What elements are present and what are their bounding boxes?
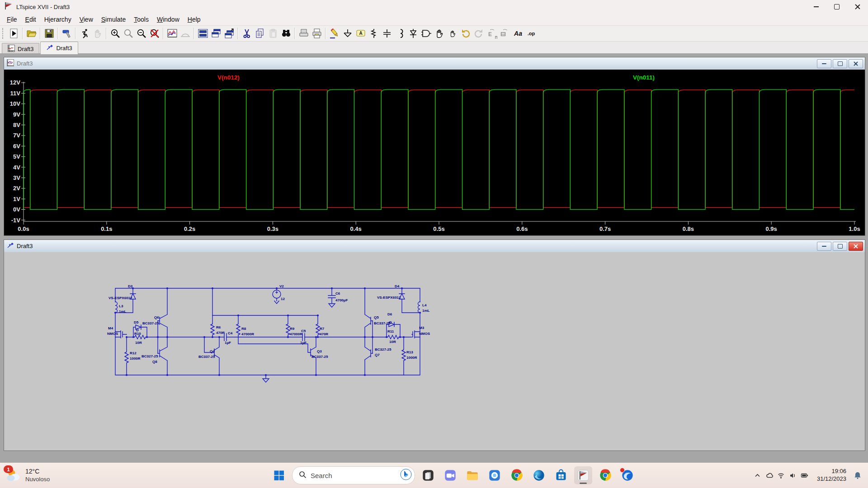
- component-label: VS-ESPX6012: [377, 296, 401, 300]
- net-label-icon[interactable]: A: [354, 27, 367, 40]
- taskbar-app-store-icon[interactable]: [552, 466, 570, 484]
- undo-icon[interactable]: [459, 27, 472, 40]
- menu-item-help[interactable]: Help: [184, 14, 205, 24]
- cascade-windows-icon[interactable]: [209, 27, 222, 40]
- minimize-button[interactable]: [806, 0, 826, 14]
- component-label: NMOS: [107, 332, 118, 336]
- taskbar-search[interactable]: Search: [292, 466, 415, 484]
- tab-draft3-2[interactable]: Draft3: [40, 42, 78, 54]
- waveform-close-button[interactable]: [849, 59, 863, 68]
- zoom-extents-icon[interactable]: [148, 27, 161, 40]
- print-preview-icon[interactable]: [297, 27, 310, 40]
- waveform-window-titlebar[interactable]: Draft3: [4, 57, 865, 70]
- menu-item-tools[interactable]: Tools: [130, 14, 153, 24]
- spice-directive-icon[interactable]: .op: [524, 27, 538, 40]
- close-button[interactable]: [847, 0, 868, 14]
- drag-icon[interactable]: [446, 27, 459, 40]
- schematic-canvas[interactable]: D3VS-ESPX6012L31mLM4NMOSD5DR1010RQ6BC337…: [4, 252, 865, 450]
- legend-vn012[interactable]: V(n012): [217, 74, 240, 81]
- cut-icon[interactable]: [240, 27, 253, 40]
- schematic-window-title: Draft3: [17, 243, 33, 249]
- waveform-restore-button[interactable]: [833, 59, 847, 68]
- move-icon[interactable]: [433, 27, 446, 40]
- component-label: R7: [320, 327, 325, 331]
- wire-icon[interactable]: [328, 27, 341, 40]
- halt-icon: [91, 27, 104, 40]
- component-label: 470R: [216, 331, 225, 335]
- tab-label: Draft3: [56, 45, 72, 52]
- component-label: Q4: [210, 349, 215, 353]
- schematic-minimize-button[interactable]: [817, 242, 831, 251]
- wifi-icon[interactable]: [775, 469, 787, 482]
- save-icon[interactable]: [42, 27, 56, 40]
- zoom-back-icon: [122, 27, 135, 40]
- menu-item-view[interactable]: View: [75, 14, 97, 24]
- svg-text:12V: 12V: [10, 79, 20, 86]
- taskbar-app-mail-icon[interactable]: [618, 466, 637, 484]
- menu-item-window[interactable]: Window: [153, 14, 184, 24]
- find-icon[interactable]: [279, 27, 292, 40]
- diode-icon[interactable]: [406, 27, 420, 40]
- weather-widget[interactable]: 1 12°C Nuvoloso: [0, 467, 155, 483]
- inductor-icon[interactable]: [393, 27, 406, 40]
- component-label: 1µF: [225, 341, 231, 345]
- component-label: 1000R: [130, 357, 141, 361]
- rotate-icon: EE: [485, 27, 498, 40]
- component-label: D4: [395, 284, 400, 288]
- onedrive-icon[interactable]: [764, 469, 775, 482]
- maximize-button[interactable]: [826, 0, 847, 14]
- taskbar-clock[interactable]: 19:06 31/12/2023: [817, 468, 846, 483]
- schematic-window-titlebar[interactable]: Draft3: [4, 240, 865, 253]
- component-label: 47000R: [241, 332, 254, 336]
- run-man-icon[interactable]: [78, 27, 91, 40]
- battery-icon[interactable]: [799, 469, 811, 482]
- resistor-icon[interactable]: [367, 27, 380, 40]
- component-label: Q8: [152, 360, 157, 364]
- zoom-in-icon[interactable]: [108, 27, 122, 40]
- waveform-plot-area[interactable]: 12V11V10V9V8V7V6V5V4V3V2V1V0V-1V0.0s0.1s…: [4, 70, 865, 235]
- waveform-minimize-button[interactable]: [817, 59, 831, 68]
- component-label: 10R: [389, 340, 396, 344]
- tab-draft3-1[interactable]: Draft3: [2, 43, 39, 54]
- chevron-up-icon[interactable]: [752, 469, 764, 482]
- volume-icon[interactable]: [787, 469, 799, 482]
- run-icon[interactable]: [7, 27, 20, 40]
- schematic-close-button[interactable]: [849, 242, 863, 251]
- open-icon[interactable]: [25, 27, 38, 40]
- taskbar-app-dark-tile-icon[interactable]: [419, 466, 437, 484]
- tile-windows-icon[interactable]: [196, 27, 209, 40]
- toolbar-drag-handle[interactable]: [2, 28, 5, 39]
- top-window-icon[interactable]: [222, 27, 236, 40]
- print-icon[interactable]: [310, 27, 323, 40]
- taskbar-app-start-button[interactable]: [270, 466, 288, 484]
- taskbar-app-photos-icon[interactable]: [486, 466, 504, 484]
- svg-text:.op: .op: [527, 31, 535, 36]
- ground-icon[interactable]: [341, 27, 354, 40]
- svg-text:0.2s: 0.2s: [184, 225, 195, 232]
- component-label: 47000R: [290, 332, 302, 336]
- text-icon[interactable]: Aa: [511, 27, 524, 40]
- taskbar-app-teams-icon[interactable]: [441, 466, 459, 484]
- component-icon[interactable]: [420, 27, 433, 40]
- circuit-drawing: D3VS-ESPX6012L31mLM4NMOSD5DR1010RQ6BC337…: [107, 284, 435, 397]
- svg-text:E: E: [488, 31, 492, 38]
- zoom-out-icon[interactable]: [135, 27, 148, 40]
- control-panel-icon[interactable]: [60, 27, 73, 40]
- copy-icon[interactable]: [253, 27, 266, 40]
- menu-item-hierarchy[interactable]: Hierarchy: [40, 14, 75, 24]
- menu-item-simulate[interactable]: Simulate: [97, 14, 130, 24]
- taskbar-app-chrome-icon[interactable]: [508, 466, 526, 484]
- plot-settings-icon[interactable]: [165, 27, 179, 40]
- menu-item-file[interactable]: File: [3, 14, 21, 24]
- legend-vn011[interactable]: V(n011): [633, 74, 655, 81]
- notifications-bell-icon[interactable]: [852, 469, 863, 482]
- taskbar-app-edge-icon[interactable]: [530, 466, 548, 484]
- component-label: 12: [281, 297, 285, 301]
- menu-item-edit[interactable]: Edit: [21, 14, 40, 24]
- taskbar-app-explorer-icon[interactable]: [463, 466, 481, 484]
- capacitor-icon[interactable]: [380, 27, 393, 40]
- taskbar-app-ltspice-icon[interactable]: [574, 466, 592, 484]
- taskbar-app-chrome-2-icon[interactable]: [596, 466, 614, 484]
- schematic-restore-button[interactable]: [833, 242, 847, 251]
- system-tray: 19:06 31/12/2023: [752, 468, 868, 483]
